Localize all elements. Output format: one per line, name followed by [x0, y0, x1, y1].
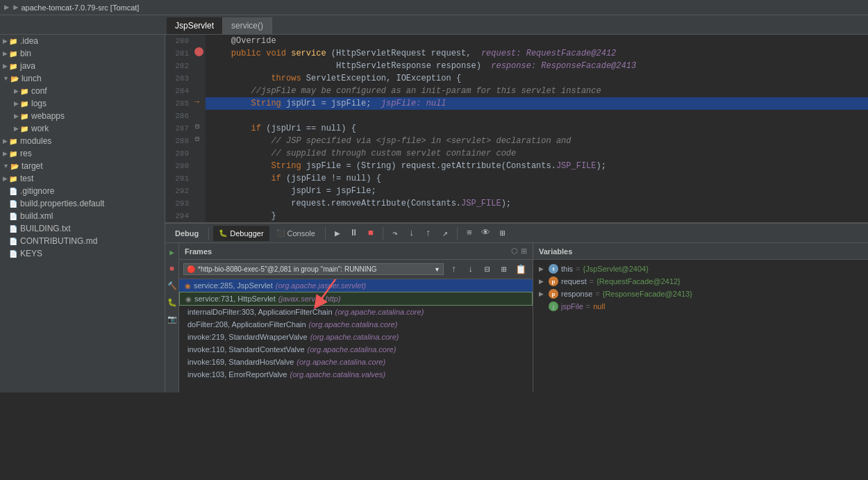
frames-nav-btns: ↑ ↓ ⊟ ⊞ 📋: [446, 262, 528, 277]
frame-item-5[interactable]: invoke:110, StandardContextValve (org.ap…: [179, 343, 533, 356]
frames-filter-btn[interactable]: ⊟: [480, 262, 495, 277]
sidebar-item-logs[interactable]: ▶ 📁 logs: [0, 97, 165, 110]
line-numbers: 280 281 282 283 284 285 286 287 288 289 …: [165, 35, 193, 222]
sidebar-item-building[interactable]: ▶ 📄 BUILDING.txt: [0, 222, 165, 235]
camera-side-btn[interactable]: 📷: [166, 313, 178, 325]
frames-down-btn[interactable]: ↓: [463, 262, 478, 277]
code-line-291: if (jspFile != null) {: [206, 172, 868, 185]
code-editor[interactable]: 280 281 282 283 284 285 286 287 288 289 …: [165, 35, 868, 222]
debug-label: Debug: [169, 226, 204, 241]
sidebar-item-target[interactable]: ▼ 📂 target: [0, 160, 165, 172]
var-jspfile[interactable]: ▶ j jspFile = null: [533, 300, 868, 313]
sep4: [457, 227, 458, 240]
step-into-btn[interactable]: ↓: [404, 226, 419, 241]
sidebar-item-test[interactable]: ▶ 📁 test: [0, 172, 165, 185]
code-line-289: // supplied through custom servlet conta…: [206, 147, 868, 160]
frames-add-btn[interactable]: ⊞: [496, 262, 512, 277]
sidebar-item-contributing[interactable]: ▶ 📄 CONTRIBUTING.md: [0, 235, 165, 247]
project-sidebar: ▶ 📁 .idea ▶ 📁 bin ▶ 📁 java ▼ 📂 lunch ▶: [0, 35, 165, 392]
main-content: ▶ 📁 .idea ▶ 📁 bin ▶ 📁 java ▼ 📂 lunch ▶: [0, 35, 868, 392]
code-line-284: //jspFile may be configured as an init-p…: [206, 85, 868, 97]
debug-main: ▶ ■ 🔨 🐛 📷 Frames ⬡ ⊞: [165, 243, 868, 392]
editor-tab-bar: JspServlet service(): [0, 15, 868, 35]
code-line-281: public void service (HttpServletRequest …: [206, 47, 868, 60]
code-line-294: }: [206, 210, 868, 222]
frames-up-btn[interactable]: ↑: [446, 262, 462, 277]
code-line-287: if (jspUri == null) {: [206, 122, 868, 135]
sidebar-item-gitignore[interactable]: ▶ 📄 .gitignore: [0, 185, 165, 197]
sidebar-item-build-xml[interactable]: ▶ 📄 build.xml: [0, 210, 165, 222]
var-this-icon: t: [549, 264, 558, 274]
step-out-btn[interactable]: ↑: [421, 226, 436, 241]
sidebar-item-res[interactable]: ▶ 📁 res: [0, 147, 165, 160]
sep1: [208, 227, 209, 240]
frame-item-1[interactable]: ◉ service:731, HttpServlet (javax.servle…: [179, 292, 533, 306]
var-request-icon: p: [549, 276, 558, 286]
debug-side-btn[interactable]: 🐛: [166, 296, 178, 308]
frame-icon-0: ◉: [185, 282, 191, 290]
debug-left-sidebar: ▶ ■ 🔨 🐛 📷: [165, 243, 179, 392]
frame-item-7[interactable]: invoke:103, ErrorReportValve (org.apache…: [179, 368, 533, 381]
code-line-282: HttpServletResponse response) response: …: [206, 60, 868, 72]
build-side-btn[interactable]: 🔨: [166, 279, 178, 292]
code-line-285: String jspUri = jspFile; jspFile: null: [206, 97, 868, 110]
play-side-btn[interactable]: ▶: [166, 246, 178, 258]
sep3: [383, 227, 383, 240]
code-line-292: jspUri = jspFile;: [206, 185, 868, 197]
var-jspfile-icon: j: [549, 301, 558, 311]
frames-list: ◉ service:285, JspServlet (org.apache.ja…: [179, 279, 533, 392]
thread-selector[interactable]: 🔴 *http-bio-8080-exec-5"@2,081 in group …: [183, 263, 444, 275]
frames-icon1: ⬡: [511, 247, 518, 256]
window-title: apache-tomcat-7.0.79-src [Tomcat]: [21, 3, 139, 12]
sidebar-item-build-prop[interactable]: ▶ 📄 build.properties.default: [0, 197, 165, 210]
code-line-286: [206, 110, 868, 122]
frames-copy-btn[interactable]: 📋: [513, 262, 528, 277]
window: ▶ ▶ apache-tomcat-7.0.79-src [Tomcat] Js…: [0, 0, 868, 392]
debug-tab-bar: Debug 🐛 Debugger ⬛ Console ▶ ⏸ ■: [165, 224, 868, 243]
stop-btn[interactable]: ■: [363, 226, 378, 241]
tab-console[interactable]: ⬛ Console: [271, 226, 321, 241]
tab-debugger[interactable]: 🐛 Debugger: [213, 226, 269, 241]
code-line-290: String jspFile = (String) request.getAtt…: [206, 160, 868, 172]
tab-jspservlet[interactable]: JspServlet: [167, 17, 223, 34]
sidebar-item-lunch[interactable]: ▼ 📂 lunch: [0, 72, 165, 85]
sidebar-item-conf[interactable]: ▶ 📁 conf: [0, 85, 165, 97]
frame-item-0[interactable]: ◉ service:285, JspServlet (org.apache.ja…: [179, 279, 533, 292]
frames-icon2: ⊞: [521, 247, 527, 256]
title-bar: ▶ ▶ apache-tomcat-7.0.79-src [Tomcat]: [0, 0, 868, 15]
sidebar-item-webapps[interactable]: ▶ 📁 webapps: [0, 110, 165, 122]
var-this[interactable]: ▶ t this = {JspServlet@2404}: [533, 263, 868, 275]
sidebar-item-java[interactable]: ▶ 📁 java: [0, 60, 165, 72]
frames-btn[interactable]: ⊞: [495, 226, 510, 241]
resume-btn[interactable]: ▶: [330, 226, 345, 241]
var-response-icon: p: [549, 289, 558, 299]
frame-item-3[interactable]: doFilter:208, ApplicationFilterChain (or…: [179, 318, 533, 331]
pause-btn[interactable]: ⏸: [347, 226, 362, 241]
code-content[interactable]: @Override public void service (HttpServl…: [206, 35, 868, 222]
watch-btn[interactable]: 👁: [478, 226, 494, 241]
tab-service[interactable]: service(): [223, 17, 272, 34]
step-over-btn[interactable]: ↷: [387, 226, 403, 241]
variables-header: Variables: [533, 243, 868, 260]
eval-btn[interactable]: ≡: [462, 226, 477, 241]
frame-icon-1: ◉: [185, 295, 192, 303]
var-request[interactable]: ▶ p request = {RequestFacade@2412}: [533, 275, 868, 288]
variables-list: ▶ t this = {JspServlet@2404} ▶ p request: [533, 260, 868, 392]
sidebar-item-work[interactable]: ▶ 📁 work: [0, 122, 165, 135]
var-response[interactable]: ▶ p response = {ResponseFacade@2413}: [533, 288, 868, 300]
sidebar-item-modules[interactable]: ▶ 📁 modules: [0, 135, 165, 147]
code-line-283: throws ServletException, IOException {: [206, 72, 868, 85]
code-line-280: @Override: [206, 35, 868, 47]
frame-item-2[interactable]: internalDoFilter:303, ApplicationFilterC…: [179, 306, 533, 318]
stop-side-btn[interactable]: ■: [166, 263, 178, 275]
run-cursor-btn[interactable]: ↗: [437, 226, 453, 241]
editor-area: 280 281 282 283 284 285 286 287 288 289 …: [165, 35, 868, 392]
frame-item-4[interactable]: invoke:219, StandardWrapperValve (org.ap…: [179, 331, 533, 343]
sidebar-item-keys[interactable]: ▶ 📄 KEYS: [0, 247, 165, 260]
frame-item-6[interactable]: invoke:169, StandardHostValve (org.apach…: [179, 356, 533, 368]
sidebar-item-idea[interactable]: ▶ 📁 .idea: [0, 35, 165, 47]
sep2: [325, 227, 326, 240]
code-line-288: // JSP specified via <jsp-file> in <serv…: [206, 135, 868, 147]
sidebar-item-bin[interactable]: ▶ 📁 bin: [0, 47, 165, 60]
debug-area: Debug 🐛 Debugger ⬛ Console ▶ ⏸ ■: [165, 222, 868, 392]
